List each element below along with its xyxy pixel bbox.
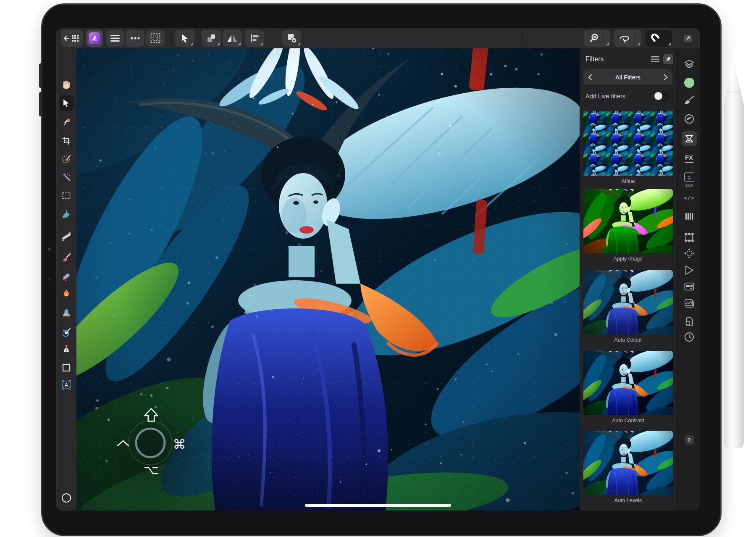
crop-tool[interactable] — [59, 134, 74, 148]
pointer-tool-button[interactable] — [175, 30, 194, 47]
shape-tool[interactable] — [59, 361, 74, 375]
channels-icon[interactable] — [685, 212, 694, 221]
text-tool[interactable]: A — [59, 378, 74, 392]
text-tool-icon: A — [62, 380, 71, 390]
erase-tool[interactable] — [59, 269, 74, 284]
colour-icon[interactable] — [684, 77, 695, 88]
layers-icon[interactable] — [684, 59, 694, 68]
transform-icon[interactable] — [684, 232, 694, 242]
filter-thumbnail — [583, 431, 673, 495]
metadata-icon[interactable] — [684, 282, 694, 291]
filter-thumbnail — [583, 351, 673, 415]
view-hand-tool[interactable] — [59, 77, 74, 92]
panel-pin-button[interactable] — [663, 54, 673, 64]
fill-tool[interactable] — [59, 208, 74, 222]
add-object-button[interactable] — [282, 30, 302, 47]
colour-picker-tool[interactable] — [59, 115, 74, 129]
studio-strip: FX a 12pt </> — [677, 48, 700, 511]
front-camera — [48, 247, 51, 250]
left-tool-strip: A — [56, 48, 77, 511]
affinity-photo-logo-icon — [89, 32, 100, 44]
cursor-icon — [63, 99, 70, 107]
hamburger-icon — [651, 56, 659, 62]
filter-category-selector[interactable]: All Filters — [583, 69, 672, 85]
dodge-burn-tool[interactable] — [59, 286, 74, 300]
panel-title: Filters — [585, 55, 651, 63]
back-button[interactable] — [61, 30, 83, 47]
command-modifier-button[interactable]: ⌘ — [173, 437, 186, 452]
text-styles-icon[interactable]: a 12pt — [684, 173, 694, 187]
marquee-select-tool[interactable] — [59, 188, 74, 203]
align-icon — [250, 34, 259, 43]
selection-brush-tool[interactable] — [59, 152, 74, 166]
live-filters-toggle[interactable] — [653, 91, 672, 102]
flip-tool-button[interactable] — [223, 30, 242, 47]
arrange-icon — [206, 33, 216, 43]
history-icon[interactable] — [684, 332, 694, 342]
app-screen: A — [56, 28, 700, 511]
filter-label: Apply Image — [583, 256, 673, 262]
filter-thumbnail — [583, 270, 673, 334]
filters-panel-header: Filters — [585, 53, 673, 65]
snapping-button[interactable] — [646, 30, 672, 47]
selection-marquee-button[interactable] — [146, 30, 165, 47]
paint-brush-tool[interactable] — [59, 250, 74, 265]
adjustments-icon[interactable] — [684, 114, 694, 124]
eyedropper-icon — [62, 118, 71, 126]
chevron-right-icon[interactable] — [659, 74, 672, 80]
filters-icon[interactable] — [682, 131, 697, 146]
chevron-left-icon[interactable] — [583, 74, 596, 80]
marquee-rect-icon — [62, 192, 71, 199]
add-object-icon — [287, 33, 297, 43]
touch-joystick[interactable] — [125, 418, 176, 470]
macros-icon[interactable]: </> — [684, 195, 694, 202]
filter-item-auto-colour[interactable]: Auto Colour — [583, 270, 673, 343]
rectangle-shape-icon — [62, 363, 71, 372]
back-grid-icon — [64, 34, 80, 43]
pen-tool[interactable] — [59, 342, 74, 356]
align-tool-button[interactable] — [245, 30, 264, 47]
pin-icon — [665, 56, 671, 62]
help-button[interactable]: ? — [685, 435, 694, 445]
filter-label: Auto Levels — [583, 498, 673, 503]
arrange-tool-button[interactable] — [202, 30, 221, 47]
effects-icon[interactable]: FX — [685, 154, 693, 163]
play-icon[interactable] — [685, 265, 694, 275]
panel-menu-button[interactable] — [651, 56, 659, 62]
quick-menu-button[interactable] — [62, 493, 71, 503]
filters-panel: Filters — [580, 48, 677, 511]
document-canvas[interactable]: ⌘ — [76, 48, 580, 511]
paint-brush-icon — [62, 253, 71, 262]
move-pointer-tool[interactable] — [59, 95, 74, 111]
crop-icon — [62, 137, 71, 145]
filter-item-affine[interactable]: Affine — [583, 111, 673, 184]
option-modifier-button[interactable] — [144, 466, 159, 477]
undo-brush-icon — [61, 328, 71, 337]
filter-item-apply-image[interactable]: Apply Image — [583, 189, 673, 262]
stock-icon[interactable] — [684, 299, 694, 308]
ellipsis-icon — [131, 37, 140, 39]
gradient-tool[interactable] — [59, 229, 74, 244]
filter-item-auto-contrast[interactable]: Auto Contrast — [583, 351, 673, 424]
flood-select-tool[interactable] — [59, 170, 74, 184]
marquee-icon — [150, 33, 160, 43]
batch-settings-icon[interactable] — [684, 317, 694, 327]
clone-stamp-tool[interactable] — [59, 306, 74, 320]
undo-brush-tool[interactable] — [59, 325, 74, 340]
eraser-icon — [62, 272, 71, 281]
navigator-icon[interactable] — [684, 248, 695, 259]
top-toolbar — [56, 28, 700, 49]
volume-down-button — [39, 92, 42, 116]
home-indicator[interactable] — [305, 504, 451, 507]
menu-button[interactable] — [106, 30, 124, 47]
toolbar-divider — [522, 32, 522, 45]
filter-item-auto-levels[interactable]: Auto Levels — [583, 431, 673, 503]
lasso-tool-button[interactable] — [614, 30, 641, 47]
collapse-panel-button[interactable] — [683, 34, 693, 44]
affinity-photo-logo-button[interactable] — [86, 30, 103, 47]
live-filters-row: Add Live filters — [585, 90, 672, 102]
more-button[interactable] — [126, 30, 144, 47]
zoom-tool-button[interactable] — [584, 30, 610, 47]
brushes-icon[interactable] — [684, 95, 694, 105]
flip-horizontal-icon — [227, 34, 238, 42]
